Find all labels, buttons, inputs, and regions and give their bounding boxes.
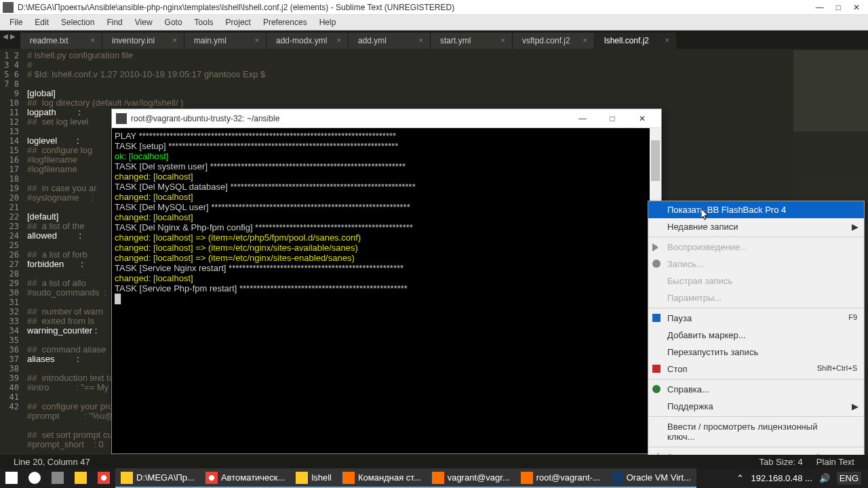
menu-bar: FileEditSelectionFindViewGotoToolsProjec… bbox=[0, 15, 868, 30]
taskbar-app[interactable]: D:\MEGA\Пр... bbox=[115, 468, 200, 488]
tab-close-icon[interactable]: × bbox=[91, 36, 95, 44]
menu-preferences[interactable]: Preferences bbox=[258, 16, 313, 28]
close-button[interactable]: ✕ bbox=[853, 3, 860, 12]
tab[interactable]: add.yml× bbox=[349, 33, 430, 49]
taskbar-app[interactable]: Автоматическ... bbox=[200, 468, 290, 488]
tray-context-menu: Показать BB FlashBack Pro 4Недавние запи… bbox=[648, 201, 865, 488]
play-icon bbox=[652, 243, 660, 251]
menu-project[interactable]: Project bbox=[220, 16, 256, 28]
tray-chevron[interactable]: ⌃ bbox=[736, 473, 744, 483]
ctx-item: Запись... bbox=[648, 256, 864, 272]
line-gutter: 1 2 3 4 5 6 7 8 9 10 11 12 13 14 15 16 1… bbox=[0, 49, 24, 455]
tab[interactable]: readme.txt× bbox=[20, 33, 102, 49]
tray-network[interactable]: 192.168.0.48 ... bbox=[751, 473, 812, 483]
tab-close-icon[interactable]: × bbox=[665, 36, 669, 44]
ctx-item[interactable]: Справка... bbox=[648, 381, 864, 398]
tab[interactable]: main.yml× bbox=[184, 33, 266, 49]
tab-close-icon[interactable]: × bbox=[583, 36, 587, 44]
tab[interactable]: lshell.conf.j2× bbox=[595, 33, 676, 49]
putty-icon bbox=[116, 113, 127, 124]
menu-find[interactable]: Find bbox=[101, 16, 127, 28]
taskbar-app[interactable]: lshell bbox=[290, 468, 337, 488]
tab-nav[interactable]: ◀ ▶ bbox=[3, 33, 16, 40]
terminal-body[interactable]: PLAY ***********************************… bbox=[112, 128, 661, 453]
menu-goto[interactable]: Goto bbox=[159, 16, 188, 28]
terminal-title: root@vagrant-ubuntu-trusty-32: ~/ansible bbox=[131, 114, 568, 123]
tab[interactable]: vsftpd.conf.j2× bbox=[513, 33, 594, 49]
ctx-item: Воспроизведение... bbox=[648, 239, 864, 256]
chrome-button[interactable] bbox=[92, 468, 115, 488]
pause-icon bbox=[652, 314, 660, 322]
menu-view[interactable]: View bbox=[130, 16, 158, 28]
ctx-item[interactable]: ПаузаF9 bbox=[648, 310, 864, 327]
taskview-button[interactable] bbox=[46, 468, 69, 488]
status-position[interactable]: Line 20, Column 47 bbox=[7, 457, 97, 467]
tab[interactable]: start.yml× bbox=[431, 33, 512, 49]
menu-selection[interactable]: Selection bbox=[56, 16, 100, 28]
menu-file[interactable]: File bbox=[4, 16, 28, 28]
status-bar: Line 20, Column 47 Tab Size: 4 Plain Tex… bbox=[0, 455, 868, 468]
tab-close-icon[interactable]: × bbox=[337, 36, 341, 44]
ctx-item[interactable]: Недавние записи▶ bbox=[648, 218, 864, 235]
tab-close-icon[interactable]: × bbox=[419, 36, 423, 44]
taskbar-app[interactable]: root@vagrant-... bbox=[515, 468, 606, 488]
explorer-button[interactable] bbox=[69, 468, 92, 488]
window-title: D:\MEGA\Проекты\Ansible\ansible-php-ngin… bbox=[18, 3, 816, 12]
ctx-item[interactable]: Поддержка▶ bbox=[648, 398, 864, 415]
search-button[interactable] bbox=[23, 468, 46, 488]
windows-taskbar: D:\MEGA\Пр...Автоматическ...lshellКоманд… bbox=[0, 468, 868, 488]
tab[interactable]: add-modx.yml× bbox=[267, 33, 348, 49]
menu-edit[interactable]: Edit bbox=[29, 16, 54, 28]
tray-volume-icon[interactable]: 🔊 bbox=[819, 473, 830, 483]
ctx-item[interactable]: Добавить маркер... bbox=[648, 327, 864, 344]
terminal-close[interactable]: ✕ bbox=[627, 114, 657, 123]
menu-tools[interactable]: Tools bbox=[189, 16, 219, 28]
terminal-maximize[interactable]: □ bbox=[597, 114, 627, 123]
ctx-item[interactable]: СтопShift+Ctrl+S bbox=[648, 361, 864, 378]
terminal-minimize[interactable]: — bbox=[568, 114, 597, 123]
tab-close-icon[interactable]: × bbox=[501, 36, 505, 44]
ctx-item[interactable]: Перезапустить запись bbox=[648, 344, 864, 361]
tab-close-icon[interactable]: × bbox=[255, 36, 259, 44]
status-syntax[interactable]: Plain Text bbox=[810, 457, 861, 467]
taskbar-app[interactable]: Командная ст... bbox=[337, 468, 427, 488]
tab-close-icon[interactable]: × bbox=[173, 36, 177, 44]
help-icon bbox=[652, 385, 660, 393]
taskbar-app[interactable]: Oracle VM Virt... bbox=[606, 468, 696, 488]
tab[interactable]: inventory.ini× bbox=[102, 33, 184, 49]
tab-strip: ◀ ▶ readme.txt×inventory.ini×main.yml×ad… bbox=[0, 30, 868, 49]
start-button[interactable] bbox=[0, 468, 23, 488]
terminal-title-bar: root@vagrant-ubuntu-trusty-32: ~/ansible… bbox=[112, 109, 661, 128]
ctx-item[interactable]: Показать BB FlashBack Pro 4 bbox=[648, 201, 864, 218]
stop-icon bbox=[652, 365, 660, 373]
ctx-item: Быстрая запись bbox=[648, 272, 864, 289]
ctx-item[interactable]: Ввести / просмотреть лицензионный ключ..… bbox=[648, 418, 864, 445]
minimize-button[interactable]: — bbox=[816, 3, 824, 12]
tray-language[interactable]: ENG bbox=[837, 472, 861, 485]
rec-icon bbox=[652, 260, 660, 268]
app-icon bbox=[3, 2, 14, 13]
maximize-button[interactable]: □ bbox=[836, 3, 841, 12]
taskbar-app[interactable]: vagrant@vagr... bbox=[427, 468, 515, 488]
ctx-item: Параметры... bbox=[648, 289, 864, 306]
status-tabsize[interactable]: Tab Size: 4 bbox=[753, 457, 810, 467]
menu-help[interactable]: Help bbox=[314, 16, 342, 28]
system-tray[interactable]: ⌃ 192.168.0.48 ... 🔊 ENG bbox=[736, 472, 868, 485]
window-title-bar: D:\MEGA\Проекты\Ansible\ansible-php-ngin… bbox=[0, 0, 868, 15]
terminal-window: root@vagrant-ubuntu-trusty-32: ~/ansible… bbox=[111, 108, 662, 454]
